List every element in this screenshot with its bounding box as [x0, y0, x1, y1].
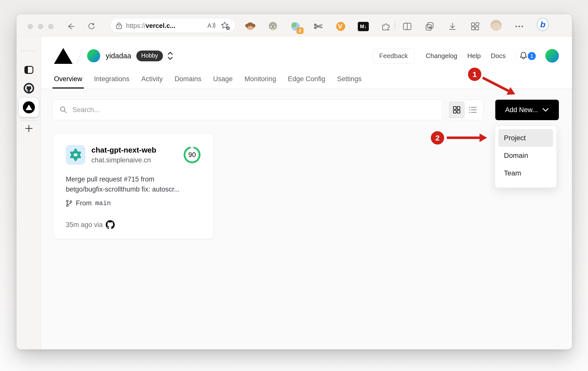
branch-row: From main: [66, 199, 201, 207]
bell-icon: [519, 51, 527, 60]
markdown-extension-icon[interactable]: M↓: [357, 20, 370, 33]
scissors-extension-icon[interactable]: ✄: [312, 20, 325, 33]
user-avatar[interactable]: [545, 49, 559, 63]
read-aloud-icon[interactable]: A: [207, 22, 216, 30]
sync-extension-icon[interactable]: 2: [289, 20, 302, 33]
score-value: 90: [183, 146, 201, 164]
search-box[interactable]: [52, 100, 443, 120]
url-scheme: https://: [126, 22, 146, 29]
changelog-link[interactable]: Changelog: [426, 52, 457, 60]
project-card[interactable]: chat-gpt-next-web chat.simplenaive.cn 90…: [53, 133, 214, 239]
browser-toolbar: https://vercel.c... A: [17, 14, 572, 36]
commit-message[interactable]: Merge pull request #715 from betgo/bugfi…: [66, 174, 201, 194]
sidebar-divider: [20, 120, 37, 121]
tampermonkey-extension-icon[interactable]: [244, 20, 257, 33]
v-extension-icon[interactable]: V: [334, 20, 347, 33]
tab-edge-config[interactable]: Edge Config: [288, 75, 325, 88]
downloads-icon[interactable]: [446, 20, 458, 32]
tab-activity[interactable]: Activity: [141, 75, 163, 88]
openai-project-icon: [66, 145, 85, 165]
team-avatar[interactable]: [87, 49, 100, 62]
search-icon: [59, 106, 68, 114]
back-button[interactable]: [65, 20, 77, 32]
team-switcher-button[interactable]: [167, 51, 173, 61]
refresh-button[interactable]: [85, 20, 97, 32]
github-favicon: [24, 83, 34, 94]
github-icon: [106, 220, 115, 229]
annotation-step-1: 1: [468, 68, 481, 81]
extensions-puzzle-icon[interactable]: [379, 20, 392, 33]
tab-github[interactable]: [17, 83, 41, 94]
search-input[interactable]: [73, 106, 436, 114]
grid-view-icon: [452, 106, 461, 114]
plus-icon: [25, 124, 33, 133]
profile-avatar[interactable]: [490, 19, 502, 31]
vercel-favicon: [23, 101, 35, 113]
panel-toggle-icon: [24, 65, 34, 75]
tab-usage[interactable]: Usage: [213, 75, 233, 88]
bing-chat-icon[interactable]: b: [537, 18, 549, 30]
svg-text:A: A: [207, 22, 211, 29]
edge-sidebar: [17, 37, 41, 349]
git-branch-icon: [66, 200, 72, 207]
annotation-arrow-2: [447, 136, 488, 139]
project-title[interactable]: chat-gpt-next-web: [91, 146, 183, 154]
toolbar-divider: [395, 22, 395, 30]
tab-vercel-active[interactable]: [19, 98, 39, 117]
tab-integrations[interactable]: Integrations: [94, 75, 130, 88]
tab-settings[interactable]: Settings: [337, 75, 362, 88]
add-favorite-icon[interactable]: [220, 21, 230, 30]
split-screen-icon[interactable]: [401, 20, 413, 32]
tab-monitoring[interactable]: Monitoring: [245, 75, 276, 88]
grid-view-button[interactable]: [449, 101, 465, 118]
branch-prefix: From: [76, 199, 92, 207]
chevron-down-icon: [542, 108, 549, 112]
extension-badge: 2: [297, 27, 304, 34]
header-top: yidadaa Hobby Feedback Changelog Help Do…: [41, 37, 572, 75]
more-menu-icon[interactable]: [513, 20, 525, 32]
dropdown-item-project[interactable]: Project: [498, 129, 553, 147]
branch-name: main: [95, 200, 111, 207]
deployed-time: 35m ago via: [66, 221, 103, 229]
sidebar-divider: [20, 51, 37, 51]
minimize-window-button[interactable]: [38, 24, 43, 29]
list-view-button[interactable]: [465, 101, 481, 118]
dropdown-item-domain[interactable]: Domain: [498, 147, 553, 164]
chevrons-updown-icon: [167, 51, 173, 61]
close-window-button[interactable]: [28, 24, 33, 29]
view-toggle: [447, 100, 483, 120]
plan-badge: Hobby: [136, 51, 163, 61]
toggle-vertical-tabs-button[interactable]: [17, 65, 41, 75]
address-bar[interactable]: https://vercel.c... A: [110, 19, 235, 33]
dashboard-content: Add New... chat-gpt-next: [41, 89, 572, 349]
collections-icon[interactable]: [424, 20, 436, 32]
team-name: yidadaa: [106, 52, 131, 60]
notifications-button[interactable]: 1: [516, 49, 539, 63]
add-new-dropdown: Project Domain Team: [495, 126, 557, 188]
tab-overview[interactable]: Overview: [54, 75, 82, 88]
add-new-button[interactable]: Add New...: [495, 100, 559, 120]
list-view-icon: [468, 106, 477, 114]
apps-icon[interactable]: [469, 20, 481, 32]
url-host: vercel.c...: [146, 22, 175, 29]
tab-domains[interactable]: Domains: [174, 75, 201, 88]
vercel-logo[interactable]: [54, 48, 73, 64]
project-domain[interactable]: chat.simplenaive.cn: [91, 156, 183, 164]
zoom-window-button[interactable]: [48, 24, 53, 29]
avatar-extension-icon[interactable]: [266, 20, 279, 33]
analytics-score-ring[interactable]: 90: [183, 146, 201, 164]
annotation-step-2: 2: [431, 131, 444, 145]
cat-avatar-image: [491, 20, 502, 31]
breadcrumb-slash: [77, 48, 83, 64]
feedback-button[interactable]: Feedback: [372, 48, 415, 64]
deployment-meta: 35m ago via: [66, 220, 201, 229]
notification-count-badge: 1: [527, 51, 537, 61]
help-link[interactable]: Help: [467, 52, 481, 60]
new-tab-button[interactable]: [17, 124, 41, 133]
url-text: https://vercel.c...: [126, 22, 207, 30]
svg-text:V: V: [338, 23, 342, 30]
dropdown-item-team[interactable]: Team: [498, 164, 553, 182]
browser-window: https://vercel.c... A: [17, 14, 572, 349]
lock-icon: [115, 22, 123, 29]
docs-link[interactable]: Docs: [491, 52, 506, 60]
